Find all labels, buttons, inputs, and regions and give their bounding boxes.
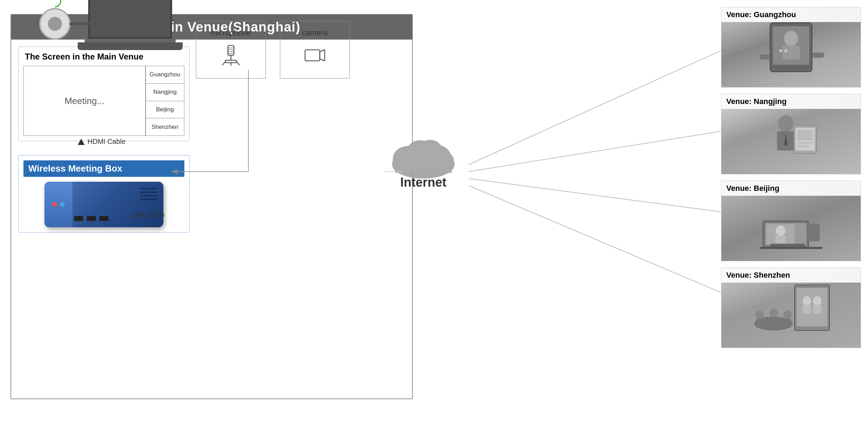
device-front-panel — [44, 182, 72, 227]
camera-card: camera — [280, 21, 350, 78]
device-led-red — [52, 202, 57, 207]
microphone-icon — [207, 43, 255, 71]
port-2 — [87, 216, 96, 221]
svg-rect-10 — [305, 50, 320, 61]
camera-label: camera — [291, 28, 339, 37]
devices-row: microphone — [196, 21, 350, 78]
screen-sidebar: Guangzhou Nangjing Beijing Shenzhen — [146, 66, 184, 136]
vent-1 — [140, 188, 157, 189]
page-wrapper: The Main Venue(Shanghai) The Screen in t… — [0, 0, 868, 430]
screen-main-content: Meeting... — [24, 66, 146, 136]
camera-icon — [291, 43, 339, 71]
device-ports — [74, 216, 108, 221]
sidebar-item-guangzhou: Guangzhou — [146, 66, 184, 84]
device-vents — [140, 188, 157, 200]
screen-box-title: The Screen in the Main Venue — [23, 52, 184, 62]
wifi-dongle — [39, 8, 71, 40]
screen-box: The Screen in the Main Venue Meeting... … — [18, 47, 190, 141]
dongle-inner — [48, 17, 62, 31]
svg-line-7 — [223, 62, 226, 65]
sidebar-item-nangjing: Nangjing — [146, 84, 184, 101]
screen-inner: Meeting... Guangzhou Nangjing Beijing Sh… — [23, 66, 184, 136]
svg-line-8 — [237, 62, 240, 65]
svg-rect-0 — [228, 46, 234, 55]
laptop-base — [78, 42, 183, 50]
sidebar-item-shenzhen: Shenzhen — [146, 118, 184, 136]
port-3 — [99, 216, 108, 221]
vent-4 — [140, 199, 157, 200]
laptop-screen — [88, 0, 172, 39]
wireless-meeting-box: Wireless Meeting Box — [18, 155, 190, 233]
svg-marker-11 — [320, 50, 325, 61]
microphone-label: microphone — [207, 28, 255, 37]
sidebar-item-beijing: Beijing — [146, 101, 184, 119]
dongle-circle — [39, 8, 71, 40]
dongle-cable — [69, 22, 125, 25]
hdmi-label-text: HDMI Cable — [87, 138, 126, 146]
device-led-blue — [60, 202, 65, 207]
microphone-card: microphone — [196, 21, 266, 78]
laptop-hinge — [85, 39, 176, 42]
vent-3 — [140, 195, 157, 196]
hdmi-label: HDMI Cable — [78, 138, 126, 146]
hdmi-arrow-icon — [78, 139, 85, 145]
wmb-header: Wireless Meeting Box — [23, 160, 184, 177]
svg-rect-6 — [225, 60, 237, 63]
port-1 — [74, 216, 83, 221]
usb-label: USB Cable — [130, 211, 165, 219]
device-box-drawing — [44, 182, 163, 227]
vent-2 — [140, 192, 157, 193]
laptop-dongle-area — [39, 0, 183, 50]
